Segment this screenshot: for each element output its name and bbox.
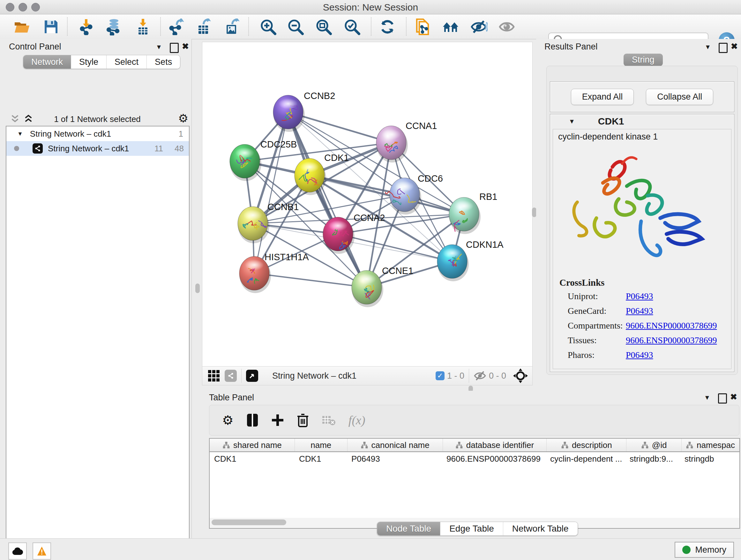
string-view-icon[interactable] xyxy=(225,370,237,382)
network-options-gear-icon[interactable] xyxy=(178,112,188,125)
node-label: CDC25B xyxy=(260,139,297,149)
network-node[interactable] xyxy=(386,178,421,214)
save-icon[interactable] xyxy=(42,18,60,36)
panel-close-icon[interactable] xyxy=(731,42,738,51)
network-collection-row[interactable]: ▼ String Network – cdk1 1 xyxy=(6,126,189,141)
network-collection-label: String Network – cdk1 xyxy=(30,129,111,139)
import-database-icon[interactable] xyxy=(105,18,123,36)
crosslink-link[interactable]: 9606.ENSP00000378699 xyxy=(626,335,717,346)
tab-sets[interactable]: Sets xyxy=(146,55,180,69)
memory-button[interactable]: Memory xyxy=(675,542,734,558)
export-network-icon[interactable] xyxy=(167,18,185,36)
panel-collapse-icon[interactable] xyxy=(156,43,162,51)
column-header[interactable]: database identifier xyxy=(443,439,547,451)
panel-close-icon[interactable] xyxy=(730,392,737,402)
crosslink-link[interactable]: P06493 xyxy=(626,291,653,301)
node-label: CCNA1 xyxy=(406,121,437,131)
column-header[interactable]: @id xyxy=(626,439,682,451)
crosslink-link[interactable]: P06493 xyxy=(626,306,653,316)
node-label: HIST1H1A xyxy=(265,252,309,262)
results-button-row: Expand All Collapse All xyxy=(550,81,734,112)
add-column-icon[interactable] xyxy=(271,414,284,427)
network-edge[interactable] xyxy=(254,273,367,287)
delete-column-icon[interactable] xyxy=(297,413,309,427)
show-columns-icon[interactable] xyxy=(246,413,259,427)
tab-style[interactable]: Style xyxy=(71,55,106,69)
network-node[interactable] xyxy=(230,144,261,181)
open-folder-icon[interactable] xyxy=(13,18,31,36)
gene-details: cyclin-dependent kinase 1 xyxy=(553,129,731,369)
zoom-selected-icon[interactable] xyxy=(343,18,361,36)
first-neighbors-icon[interactable] xyxy=(442,18,460,36)
tab-network[interactable]: Network xyxy=(23,55,71,69)
node-label: RB1 xyxy=(479,192,497,202)
control-panel-tabs: Network Style Select Sets xyxy=(23,55,180,69)
crosslinks-section: CrossLinks Uniprot:P06493GeneCard:P06493… xyxy=(559,277,725,365)
column-header[interactable]: shared name xyxy=(210,439,295,451)
tree-expand-icon[interactable]: ▼ xyxy=(17,131,23,137)
splitter-handle[interactable] xyxy=(195,284,200,293)
panel-float-icon[interactable] xyxy=(719,43,728,53)
tab-network-table[interactable]: Network Table xyxy=(503,522,578,536)
network-row-selected[interactable]: String Network – cdk1 11 48 xyxy=(6,141,189,156)
toolbar-separator xyxy=(248,17,249,36)
control-panel: Control Panel Network Style Select Sets … xyxy=(0,39,192,538)
tab-string[interactable]: String xyxy=(623,54,663,66)
panel-float-icon[interactable] xyxy=(170,43,179,53)
refresh-icon[interactable] xyxy=(379,18,396,36)
string-results-body: Expand All Collapse All ▼ CDK1 cyclin-de… xyxy=(546,66,738,375)
panel-collapse-icon[interactable] xyxy=(704,393,711,401)
export-image-icon[interactable] xyxy=(223,18,241,36)
column-header[interactable]: description xyxy=(547,439,626,451)
network-node[interactable] xyxy=(437,245,469,281)
tab-edge-table[interactable]: Edge Table xyxy=(440,522,503,536)
scrollbar-thumb[interactable] xyxy=(212,519,286,525)
crosslink-row: Pharos:P06493 xyxy=(559,350,725,360)
section-collapse-icon[interactable]: ▼ xyxy=(569,118,575,125)
splitter-handle[interactable] xyxy=(532,207,536,217)
table-row[interactable]: CDK1CDK1P064939606.ENSP00000378699cyclin… xyxy=(210,452,739,465)
column-header[interactable]: name xyxy=(295,439,347,451)
panel-collapse-icon[interactable] xyxy=(704,43,711,51)
birds-eye-toggle-icon[interactable] xyxy=(513,368,528,383)
expand-all-button[interactable]: Expand All xyxy=(571,89,634,105)
network-node[interactable] xyxy=(352,270,383,307)
column-header[interactable]: canonical name xyxy=(347,439,443,451)
import-table-icon[interactable] xyxy=(134,18,152,36)
new-network-from-selection-icon[interactable] xyxy=(414,18,431,36)
table-options-gear-icon[interactable] xyxy=(222,413,233,428)
selected-checkbox-icon[interactable] xyxy=(435,371,445,380)
application-window: Session: New Session xyxy=(0,0,741,560)
tab-select[interactable]: Select xyxy=(106,55,146,69)
zoom-in-icon[interactable] xyxy=(259,18,277,36)
collapse-all-button[interactable]: Collapse All xyxy=(646,89,713,105)
cloud-status-button[interactable] xyxy=(8,543,27,560)
gene-section-header[interactable]: ▼ CDK1 xyxy=(550,114,734,128)
network-node[interactable] xyxy=(376,126,408,163)
zoom-out-icon[interactable] xyxy=(286,18,305,36)
network-row-label: String Network – cdk1 xyxy=(48,144,129,153)
grid-view-icon[interactable] xyxy=(208,370,219,381)
table-cell: CDK1 xyxy=(294,452,347,465)
import-network-icon[interactable] xyxy=(78,18,96,36)
network-edge[interactable] xyxy=(254,112,288,273)
crosslink-link[interactable]: P06493 xyxy=(626,350,653,360)
column-header[interactable]: namespac xyxy=(682,439,739,451)
network-canvas[interactable]: CCNB2CCNA1CDC25BCDK1CDC6RB1CCNB1CCNA2CDK… xyxy=(202,42,532,367)
network-node[interactable] xyxy=(449,197,481,234)
hide-selected-icon[interactable] xyxy=(470,18,488,36)
string-network-icon xyxy=(32,143,43,153)
crosslink-row: GeneCard:P06493 xyxy=(559,306,725,316)
zoom-fit-icon[interactable] xyxy=(315,18,333,36)
show-all-icon[interactable] xyxy=(498,18,516,36)
panel-float-icon[interactable] xyxy=(718,393,727,403)
panel-close-icon[interactable] xyxy=(182,42,189,51)
network-node[interactable] xyxy=(294,159,326,195)
warning-status-button[interactable] xyxy=(32,543,51,560)
tab-node-table[interactable]: Node Table xyxy=(377,522,440,536)
crosslink-link[interactable]: 9606.ENSP00000378699 xyxy=(626,320,717,331)
export-table-icon[interactable] xyxy=(195,18,212,36)
network-node[interactable] xyxy=(323,217,354,254)
detach-view-icon[interactable] xyxy=(246,370,258,382)
network-node[interactable] xyxy=(273,95,305,132)
